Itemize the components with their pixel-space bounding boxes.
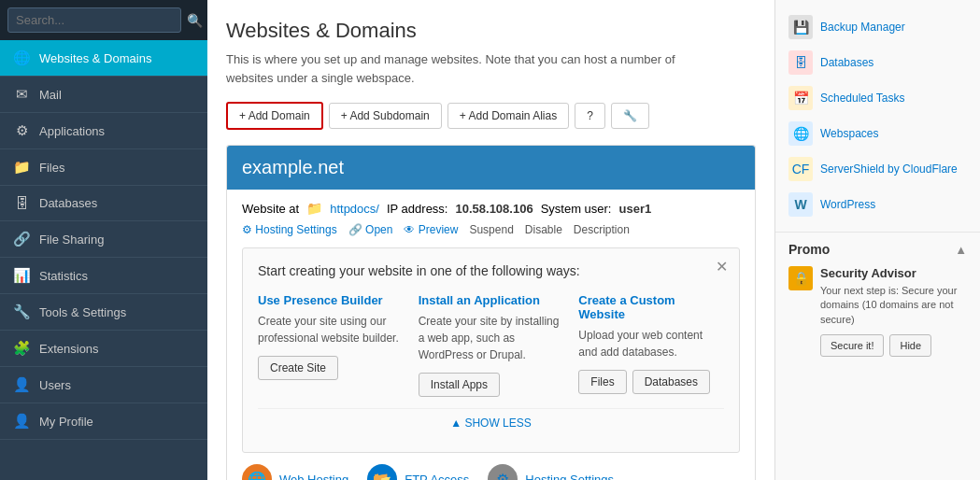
suspend-link[interactable]: Suspend [469, 223, 513, 236]
custom-website-heading: Create a Custom Website [578, 293, 724, 321]
servershield-link[interactable]: CF ServerShield by CloudFlare [788, 151, 967, 187]
install-app-desc: Create your site by installing a web app… [419, 313, 564, 363]
web-hosting-icon: 🌐 [242, 464, 272, 480]
databases-icon: 🗄 [13, 195, 30, 211]
security-advisor-heading: Security Advisor [820, 266, 967, 280]
promo-title: Promo [788, 242, 830, 257]
domain-header: example.net [227, 146, 755, 190]
scheduled-tasks-label: Scheduled Tasks [820, 92, 905, 105]
sidebar-item-mail[interactable]: ✉ Mail [0, 77, 207, 113]
sidebar-item-file-sharing[interactable]: 🔗 File Sharing [0, 221, 207, 258]
wordpress-link[interactable]: W WordPress [788, 187, 967, 222]
domain-links: ⚙ Hosting Settings 🔗 Open 👁 Preview Susp… [242, 223, 740, 236]
sidebar-label-databases: Databases [39, 196, 97, 210]
install-apps-button[interactable]: Install Apps [419, 373, 500, 397]
help-button[interactable]: ? [575, 103, 605, 129]
sidebar-item-extensions[interactable]: 🧩 Extensions [0, 331, 207, 367]
preview-link[interactable]: 👁 Preview [404, 223, 458, 236]
presence-builder-option: Use Presence Builder Create your site us… [258, 293, 404, 397]
sidebar-item-databases[interactable]: 🗄 Databases [0, 186, 207, 221]
sidebar-item-applications[interactable]: ⚙ Applications [0, 113, 207, 149]
add-domain-alias-button[interactable]: + Add Domain Alias [447, 103, 569, 129]
databases-link[interactable]: 🗄 Databases [788, 45, 967, 80]
show-less-button[interactable]: ▲ SHOW LESS [258, 408, 724, 437]
sidebar-label-file-sharing: File Sharing [39, 233, 104, 247]
ftp-access-item[interactable]: 📂 FTP Access [367, 464, 469, 480]
presence-builder-heading: Use Presence Builder [258, 293, 404, 307]
sidebar-item-websites-domains[interactable]: 🌐 Websites & Domains [0, 40, 207, 77]
tools-button[interactable]: 🔧 [611, 103, 649, 129]
statistics-icon: 📊 [13, 267, 30, 284]
databases-icon: 🗄 [788, 50, 813, 75]
main-content: Websites & Domains This is where you set… [207, 0, 774, 480]
custom-website-option: Create a Custom Website Upload your web … [578, 293, 724, 397]
files-button[interactable]: Files [578, 370, 626, 394]
mail-icon: ✉ [13, 86, 30, 103]
security-advisor-icon: 🔒 [788, 266, 813, 290]
ip-label: IP address: [387, 202, 448, 216]
ip-value: 10.58.108.106 [455, 202, 533, 216]
secure-it-button[interactable]: Secure it! [820, 334, 884, 357]
open-link[interactable]: 🔗 Open [348, 223, 393, 236]
description-link[interactable]: Description [574, 223, 630, 236]
sidebar-label-websites-domains: Websites & Domains [39, 51, 151, 65]
search-input[interactable] [7, 7, 181, 33]
sidebar-item-tools-settings[interactable]: 🔧 Tools & Settings [0, 294, 207, 331]
promo-header: Promo ▲ [788, 242, 967, 257]
servershield-icon: CF [788, 157, 813, 181]
system-user-label: System user: [541, 202, 612, 216]
users-icon: 👤 [13, 376, 30, 393]
start-box: ✕ Start creating your website in one of … [242, 247, 740, 453]
presence-builder-desc: Create your site using our professional … [258, 313, 404, 346]
sidebar-label-applications: Applications [39, 124, 105, 138]
ftp-access-label: FTP Access [405, 473, 469, 481]
toolbar: + Add Domain + Add Subdomain + Add Domai… [226, 102, 756, 130]
sidebar-item-files[interactable]: 📁 Files [0, 149, 207, 186]
my-profile-icon: 👤 [13, 413, 30, 430]
databases-button[interactable]: Databases [632, 370, 710, 394]
hosting-settings-link[interactable]: ⚙ Hosting Settings [242, 223, 337, 236]
websites-domains-icon: 🌐 [13, 49, 30, 66]
web-hosting-label: Web Hosting [279, 473, 348, 481]
hosting-settings-item[interactable]: ⚙ Hosting Settings [488, 464, 614, 480]
promo-section: Promo ▲ 🔒 Security Advisor Your next ste… [775, 233, 980, 366]
domain-info: Website at 📁 httpdocs/ IP address: 10.58… [242, 201, 740, 216]
promo-actions: Secure it! Hide [820, 334, 967, 357]
sidebar: 🔍 🌐 Websites & Domains ✉ Mail ⚙ Applicat… [0, 0, 207, 480]
webspaces-link[interactable]: 🌐 Webspaces [788, 116, 967, 151]
applications-icon: ⚙ [13, 122, 30, 139]
domain-body: Website at 📁 httpdocs/ IP address: 10.58… [227, 190, 755, 480]
create-site-button[interactable]: Create Site [258, 356, 338, 380]
httpdocs-link[interactable]: httpdocs/ [330, 202, 379, 216]
install-app-heading: Install an Application [419, 293, 564, 307]
start-box-title: Start creating your website in one of th… [258, 263, 724, 278]
website-at-label: Website at [242, 202, 299, 216]
bottom-icons: 🌐 Web Hosting 📂 FTP Access ⚙ Hosting Set… [242, 464, 740, 480]
backup-manager-label: Backup Manager [820, 21, 905, 34]
webspaces-icon: 🌐 [788, 121, 813, 146]
backup-manager-link[interactable]: 💾 Backup Manager [788, 9, 967, 45]
sidebar-label-my-profile: My Profile [39, 415, 93, 429]
security-advisor-card: 🔒 Security Advisor Your next step is: Se… [788, 266, 967, 357]
disable-link[interactable]: Disable [525, 223, 562, 236]
web-hosting-item[interactable]: 🌐 Web Hosting [242, 464, 348, 480]
scheduled-tasks-link[interactable]: 📅 Scheduled Tasks [788, 80, 967, 116]
domain-card: example.net Website at 📁 httpdocs/ IP ad… [226, 145, 756, 480]
promo-collapse-button[interactable]: ▲ [955, 243, 967, 257]
sidebar-label-files: Files [39, 161, 64, 175]
search-bar[interactable]: 🔍 [0, 0, 207, 40]
quick-links-section: 💾 Backup Manager 🗄 Databases 📅 Scheduled… [775, 0, 980, 233]
wrench-icon: 🔧 [623, 109, 637, 122]
sidebar-item-users[interactable]: 👤 Users [0, 367, 207, 403]
extensions-icon: 🧩 [13, 340, 30, 357]
backup-manager-icon: 💾 [788, 15, 813, 39]
webspaces-label: Webspaces [820, 127, 878, 140]
hide-button[interactable]: Hide [889, 334, 931, 357]
add-subdomain-button[interactable]: + Add Subdomain [329, 103, 442, 129]
page-title: Websites & Domains [226, 19, 756, 43]
close-button[interactable]: ✕ [716, 258, 728, 275]
sidebar-item-statistics[interactable]: 📊 Statistics [0, 258, 207, 294]
system-user-value: user1 [618, 202, 651, 216]
add-domain-button[interactable]: + Add Domain [226, 102, 323, 130]
sidebar-item-my-profile[interactable]: 👤 My Profile [0, 403, 207, 440]
